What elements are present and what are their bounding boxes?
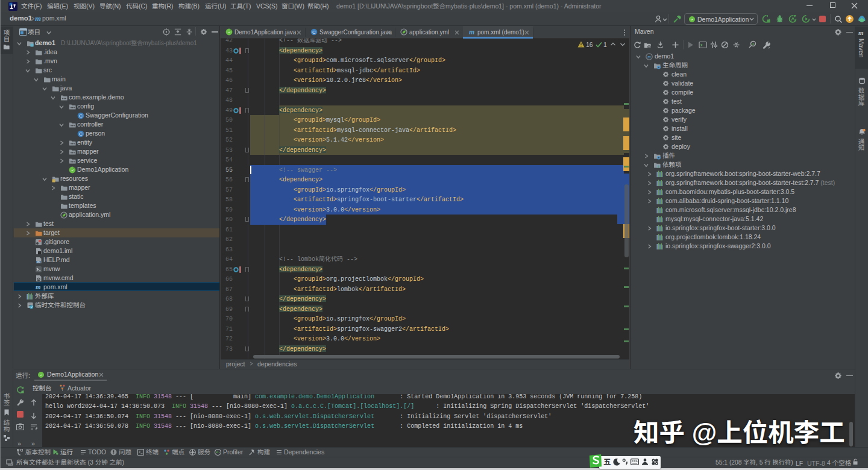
svg-text:C: C [312, 30, 316, 35]
svg-text:C: C [79, 131, 83, 136]
svg-text:C: C [79, 113, 83, 118]
svg-text:m: m [647, 54, 651, 59]
svg-text:MD: MD [37, 261, 40, 263]
